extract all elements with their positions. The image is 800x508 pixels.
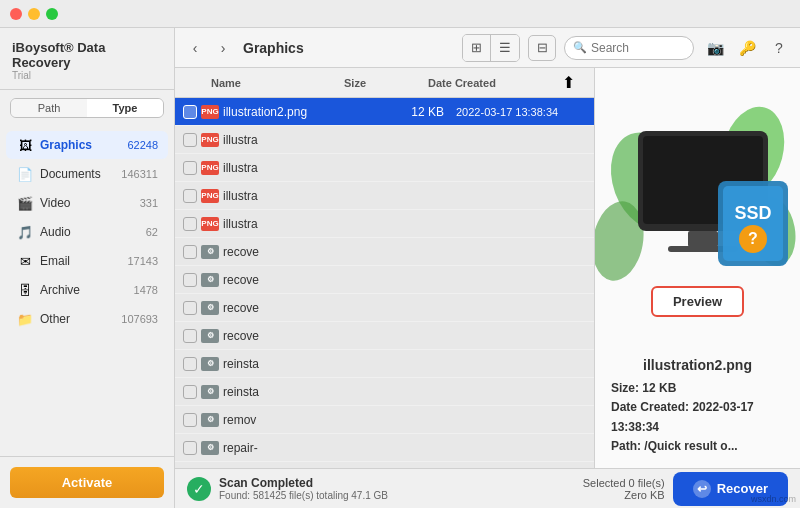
- scan-status-sub: Found: 581425 file(s) totaling 47.1 GB: [219, 490, 388, 501]
- file-name: recove: [223, 301, 368, 315]
- key-icon-button[interactable]: 🔑: [734, 35, 760, 61]
- file-checkbox[interactable]: [183, 217, 197, 231]
- other-label: Other: [40, 312, 121, 326]
- file-checkbox[interactable]: [183, 301, 197, 315]
- search-input[interactable]: [591, 41, 685, 55]
- app-title: iBoysoft® Data Recovery: [12, 40, 162, 70]
- camera-icon-button[interactable]: 📷: [702, 35, 728, 61]
- sidebar-item-graphics[interactable]: 🖼 Graphics 62248: [6, 131, 168, 159]
- audio-icon: 🎵: [16, 223, 34, 241]
- table-row[interactable]: ⚙ remov: [175, 406, 594, 434]
- file-checkbox[interactable]: [183, 273, 197, 287]
- file-checkbox[interactable]: [183, 133, 197, 147]
- file-type-badge: ⚙: [201, 301, 219, 315]
- file-type-badge: PNG: [201, 161, 219, 175]
- documents-icon: 📄: [16, 165, 34, 183]
- file-checkbox[interactable]: [183, 161, 197, 175]
- file-checkbox[interactable]: [183, 189, 197, 203]
- table-row[interactable]: ⚙ recove: [175, 238, 594, 266]
- file-type-badge: PNG: [201, 133, 219, 147]
- minimize-button[interactable]: [28, 8, 40, 20]
- file-name: repair-: [223, 441, 368, 455]
- table-row[interactable]: ⚙ reinsta: [175, 378, 594, 406]
- file-name: recove: [223, 273, 368, 287]
- file-name: reinsta: [223, 385, 368, 399]
- toolbar-right-icons: 📷 🔑 ?: [702, 35, 792, 61]
- email-count: 17143: [127, 255, 158, 267]
- sidebar-header: iBoysoft® Data Recovery Trial: [0, 28, 174, 90]
- file-list-panel: Name Size Date Created ⬆ PNG illustratio…: [175, 68, 595, 468]
- file-rows: PNG illustration2.png 12 KB 2022-03-17 1…: [175, 98, 594, 468]
- help-icon-button[interactable]: ?: [766, 35, 792, 61]
- file-name: illustra: [223, 189, 368, 203]
- file-checkbox[interactable]: [183, 105, 197, 119]
- other-icon: 📁: [16, 310, 34, 328]
- table-row[interactable]: PNG illustra: [175, 126, 594, 154]
- table-row[interactable]: PNG illustration2.png 12 KB 2022-03-17 1…: [175, 98, 594, 126]
- sidebar-item-audio[interactable]: 🎵 Audio 62: [6, 218, 168, 246]
- table-row[interactable]: PNG illustra: [175, 210, 594, 238]
- file-type-badge: ⚙: [201, 413, 219, 427]
- other-count: 107693: [121, 313, 158, 325]
- date-label: Date Created:: [611, 400, 689, 414]
- file-name: remov: [223, 413, 368, 427]
- header-export: ⬆: [562, 73, 586, 92]
- file-name: illustration2.png: [223, 105, 368, 119]
- audio-count: 62: [146, 226, 158, 238]
- nav-forward-button[interactable]: ›: [211, 36, 235, 60]
- close-button[interactable]: [10, 8, 22, 20]
- sidebar-item-email[interactable]: ✉ Email 17143: [6, 247, 168, 275]
- table-row[interactable]: ⚙ recove: [175, 294, 594, 322]
- table-row[interactable]: ⚙ reinsta: [175, 350, 594, 378]
- email-icon: ✉: [16, 252, 34, 270]
- selected-info: Selected 0 file(s) Zero KB: [583, 477, 665, 501]
- nav-back-button[interactable]: ‹: [183, 36, 207, 60]
- svg-rect-6: [688, 231, 718, 247]
- archive-icon: 🗄: [16, 281, 34, 299]
- documents-label: Documents: [40, 167, 121, 181]
- file-size: 12 KB: [372, 105, 452, 119]
- preview-filename: illustration2.png: [611, 357, 784, 373]
- header-size: Size: [344, 77, 424, 89]
- maximize-button[interactable]: [46, 8, 58, 20]
- table-row[interactable]: ⚙ repair-: [175, 434, 594, 462]
- sidebar-item-archive[interactable]: 🗄 Archive 1478: [6, 276, 168, 304]
- file-checkbox[interactable]: [183, 441, 197, 455]
- sidebar-footer: Activate: [0, 456, 174, 508]
- sidebar-tabs: Path Type: [10, 98, 164, 118]
- table-row[interactable]: PNG illustra: [175, 154, 594, 182]
- file-name: recove: [223, 329, 368, 343]
- file-checkbox[interactable]: [183, 245, 197, 259]
- svg-text:?: ?: [748, 230, 758, 247]
- grid-view-button[interactable]: ⊞: [463, 35, 491, 61]
- sidebar-item-video[interactable]: 🎬 Video 331: [6, 189, 168, 217]
- table-row[interactable]: PNG illustra: [175, 182, 594, 210]
- file-checkbox[interactable]: [183, 329, 197, 343]
- tab-type[interactable]: Type: [87, 99, 163, 117]
- preview-button[interactable]: Preview: [651, 286, 744, 317]
- file-checkbox[interactable]: [183, 357, 197, 371]
- path-label: Path:: [611, 439, 641, 453]
- table-row[interactable]: ⚙ recove: [175, 266, 594, 294]
- archive-label: Archive: [40, 283, 134, 297]
- header-name: Name: [211, 77, 340, 89]
- table-row[interactable]: ⚙ recove: [175, 322, 594, 350]
- sidebar-item-documents[interactable]: 📄 Documents 146311: [6, 160, 168, 188]
- file-type-badge: ⚙: [201, 245, 219, 259]
- file-list-header: Name Size Date Created ⬆: [175, 68, 594, 98]
- bottom-bar: ✓ Scan Completed Found: 581425 file(s) t…: [175, 468, 800, 508]
- tab-path[interactable]: Path: [11, 99, 87, 117]
- filter-button[interactable]: ⊟: [528, 35, 556, 61]
- file-type-badge: ⚙: [201, 273, 219, 287]
- title-bar: [0, 0, 800, 28]
- file-name: illustra: [223, 217, 368, 231]
- email-label: Email: [40, 254, 127, 268]
- traffic-lights: [10, 8, 58, 20]
- sidebar-item-other[interactable]: 📁 Other 107693: [6, 305, 168, 333]
- activate-button[interactable]: Activate: [10, 467, 164, 498]
- file-checkbox[interactable]: [183, 385, 197, 399]
- file-checkbox[interactable]: [183, 413, 197, 427]
- graphics-count: 62248: [127, 139, 158, 151]
- size-value: 12 KB: [642, 381, 676, 395]
- list-view-button[interactable]: ☰: [491, 35, 519, 61]
